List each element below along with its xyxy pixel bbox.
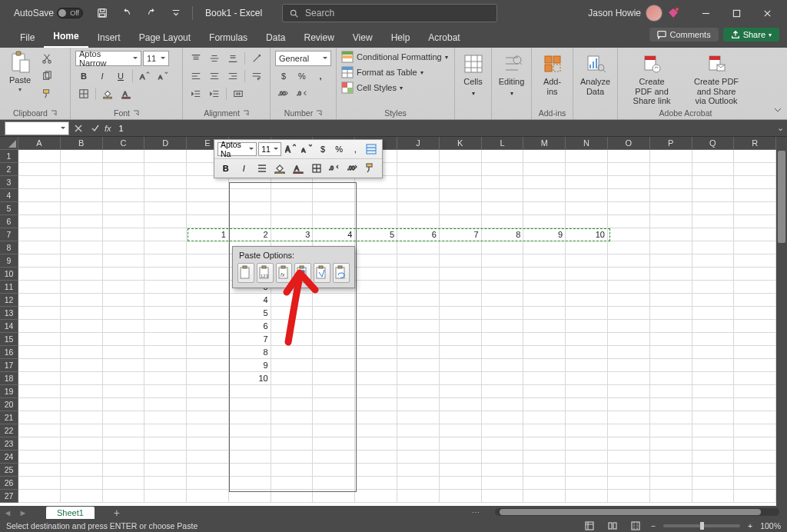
cell[interactable] — [397, 424, 440, 437]
cell[interactable] — [187, 307, 229, 320]
cell[interactable] — [608, 333, 650, 346]
column-header[interactable]: Q — [692, 137, 735, 150]
cell[interactable] — [482, 163, 524, 176]
cell[interactable] — [229, 189, 271, 202]
cell[interactable] — [608, 398, 650, 411]
cell[interactable] — [650, 411, 692, 424]
cell[interactable] — [566, 307, 608, 320]
cell[interactable] — [187, 411, 229, 424]
cell[interactable] — [734, 372, 776, 385]
cell[interactable] — [355, 215, 397, 228]
cell[interactable]: 5 — [355, 228, 397, 241]
cell[interactable] — [482, 437, 524, 451]
cell[interactable] — [313, 215, 355, 228]
decrease-decimal-icon[interactable]: .0 — [294, 86, 310, 101]
cell[interactable] — [566, 294, 608, 307]
cell[interactable] — [482, 281, 524, 294]
percent-icon[interactable]: % — [294, 68, 310, 84]
cell[interactable] — [103, 346, 145, 359]
cell[interactable]: 4 — [313, 228, 355, 241]
cell[interactable] — [187, 320, 229, 333]
cell[interactable] — [440, 346, 482, 359]
cell[interactable] — [734, 464, 776, 477]
cell[interactable] — [61, 254, 103, 268]
cell[interactable] — [650, 320, 692, 333]
cell[interactable] — [313, 294, 355, 307]
formula-input[interactable]: 1 — [116, 124, 773, 133]
cell[interactable] — [355, 398, 397, 411]
cell[interactable] — [61, 346, 103, 359]
cell[interactable] — [313, 307, 355, 320]
cell[interactable] — [523, 477, 566, 490]
cell[interactable] — [313, 411, 355, 424]
cell[interactable] — [103, 268, 145, 281]
cell[interactable] — [18, 307, 61, 320]
cell[interactable] — [608, 437, 650, 451]
cell[interactable] — [523, 320, 566, 333]
font-name-select[interactable]: Aptos Narrow — [75, 51, 141, 66]
premium-icon[interactable] — [667, 7, 679, 19]
copy-icon[interactable] — [38, 68, 55, 84]
cell[interactable] — [482, 241, 524, 254]
cell[interactable] — [271, 464, 314, 477]
font-color-icon[interactable]: A — [118, 86, 134, 101]
cell[interactable] — [440, 333, 482, 346]
cell[interactable] — [440, 202, 482, 215]
cell[interactable] — [692, 490, 735, 503]
cell[interactable] — [187, 333, 229, 346]
cell[interactable] — [692, 411, 735, 424]
cell[interactable] — [650, 490, 692, 503]
page-layout-view-icon[interactable] — [605, 520, 620, 531]
cell[interactable] — [61, 215, 103, 228]
cell[interactable] — [566, 241, 608, 254]
cell[interactable] — [692, 228, 735, 241]
row-header[interactable]: 26 — [0, 477, 18, 490]
mini-bold-button[interactable]: B — [218, 161, 234, 176]
cell[interactable] — [144, 346, 187, 359]
tab-formulas[interactable]: Formulas — [200, 28, 257, 48]
cell[interactable] — [61, 398, 103, 411]
cell[interactable] — [397, 411, 440, 424]
italic-button[interactable]: I — [94, 68, 111, 84]
cell[interactable] — [187, 451, 229, 464]
cell[interactable] — [397, 333, 440, 346]
cell[interactable] — [692, 150, 735, 163]
cell[interactable] — [18, 294, 61, 307]
cell[interactable] — [482, 176, 524, 189]
cell[interactable]: 3 — [271, 228, 314, 241]
cell[interactable] — [61, 451, 103, 464]
cell[interactable]: 8 — [229, 346, 271, 359]
cell[interactable] — [271, 372, 314, 385]
cell[interactable] — [734, 202, 776, 215]
shrink-font-icon[interactable]: A — [154, 68, 171, 84]
cell[interactable] — [523, 398, 566, 411]
tab-home[interactable]: Home — [44, 27, 88, 48]
cell[interactable] — [187, 490, 229, 503]
cell[interactable] — [608, 176, 650, 189]
cell[interactable] — [482, 333, 524, 346]
cell[interactable] — [523, 215, 566, 228]
cell[interactable] — [397, 385, 440, 398]
cell[interactable] — [397, 150, 440, 163]
cell[interactable] — [187, 372, 229, 385]
column-header[interactable]: R — [734, 137, 776, 150]
cell[interactable] — [18, 477, 61, 490]
cell[interactable] — [482, 346, 524, 359]
cell[interactable] — [566, 437, 608, 451]
cell[interactable] — [103, 176, 145, 189]
cell[interactable] — [144, 333, 187, 346]
cell[interactable] — [103, 424, 145, 437]
bold-button[interactable]: B — [75, 68, 92, 84]
cell[interactable] — [187, 241, 229, 254]
increase-indent-icon[interactable] — [206, 86, 223, 101]
cell[interactable] — [144, 464, 187, 477]
cell[interactable] — [397, 372, 440, 385]
cell[interactable] — [271, 490, 314, 503]
cell[interactable] — [440, 477, 482, 490]
cell[interactable] — [692, 320, 735, 333]
cell[interactable] — [692, 215, 735, 228]
cell[interactable] — [144, 150, 187, 163]
paste-formulas-icon[interactable]: fx — [276, 263, 293, 283]
cell[interactable] — [482, 424, 524, 437]
cell[interactable] — [482, 385, 524, 398]
